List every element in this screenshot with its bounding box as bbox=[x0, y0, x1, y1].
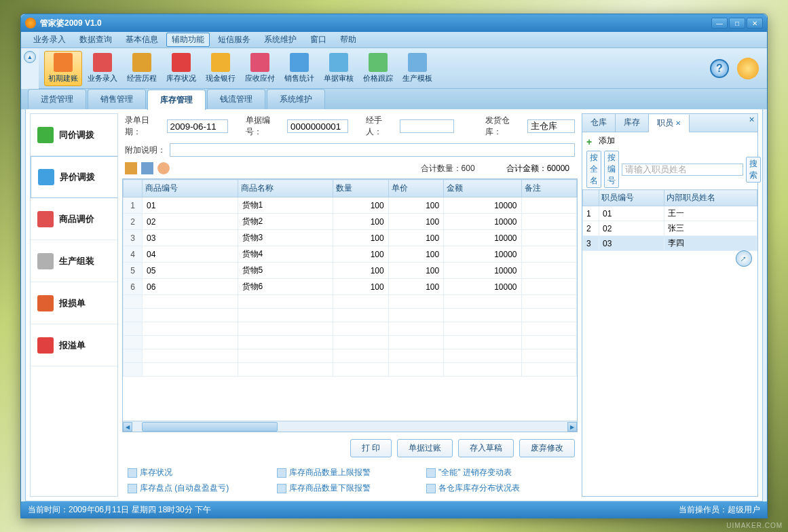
toolbar-btn-7[interactable]: 单据审核 bbox=[320, 51, 358, 86]
main-tab-1[interactable]: 销售管理 bbox=[88, 89, 146, 109]
menu-item-7[interactable]: 帮助 bbox=[335, 33, 362, 47]
toolbar-label: 价格跟踪 bbox=[363, 73, 393, 83]
toolbar: 初期建账业务录入经营历程库存状况现金银行应收应付销售统计单据审核价格跟踪生产模板… bbox=[39, 48, 767, 89]
toolbar-icon bbox=[369, 53, 388, 72]
main-tab-3[interactable]: 钱流管理 bbox=[207, 89, 265, 109]
sidebar-item-2[interactable]: 商品调价 bbox=[31, 198, 117, 240]
table-row[interactable] bbox=[124, 349, 577, 363]
maximize-button[interactable]: □ bbox=[729, 18, 745, 28]
titlebar[interactable]: 管家婆2009 V1.0 — □ ✕ bbox=[21, 14, 767, 32]
quick-link-3[interactable]: 库存盘点 (自动盘盈盘亏) bbox=[128, 482, 257, 494]
quick-link-5[interactable]: 各仓库库存分布状况表 bbox=[426, 482, 555, 494]
toolbar-btn-0[interactable]: 初期建账 bbox=[44, 51, 82, 86]
table-row[interactable]: 303货物310010010000 bbox=[124, 230, 577, 246]
about-icon[interactable] bbox=[737, 58, 759, 79]
table-row[interactable] bbox=[124, 336, 577, 349]
search-row: 按全名 按编号 搜索 bbox=[582, 149, 757, 189]
table-row[interactable] bbox=[124, 322, 577, 336]
warehouse-input[interactable] bbox=[527, 119, 575, 133]
quick-link-0[interactable]: 库存状况 bbox=[128, 467, 257, 478]
table-row[interactable]: 303李四 bbox=[583, 236, 757, 251]
main-tab-2[interactable]: 库存管理 bbox=[147, 90, 206, 110]
grid-icon[interactable] bbox=[141, 162, 153, 174]
menu-item-0[interactable]: 业务录入 bbox=[28, 33, 71, 47]
discard-button[interactable]: 废弃修改 bbox=[519, 439, 575, 457]
toolbar-btn-6[interactable]: 销售统计 bbox=[280, 51, 318, 86]
filter-all-button[interactable]: 按全名 bbox=[586, 151, 601, 188]
draft-button[interactable]: 存入草稿 bbox=[458, 439, 514, 457]
table-row[interactable]: 101王一 bbox=[583, 206, 757, 221]
scroll-left-icon[interactable]: ◀ bbox=[123, 422, 132, 432]
table-row[interactable] bbox=[124, 295, 577, 309]
building-icon[interactable] bbox=[125, 162, 137, 174]
toolbar-label: 经营历程 bbox=[127, 73, 157, 83]
minimize-button[interactable]: — bbox=[711, 18, 728, 28]
table-row[interactable]: 404货物410010010000 bbox=[124, 246, 577, 263]
table-row[interactable]: 202货物210010010000 bbox=[124, 214, 577, 230]
date-input[interactable] bbox=[167, 119, 228, 133]
toolbar-btn-3[interactable]: 库存状况 bbox=[162, 51, 200, 86]
sidebar: 同价调拨异价调拨商品调价生产组装报损单报溢单 bbox=[30, 113, 118, 497]
toolbar-btn-8[interactable]: 价格跟踪 bbox=[359, 51, 397, 86]
app-window: 管家婆2009 V1.0 — □ ✕ 业务录入数据查询基本信息辅助功能短信服务系… bbox=[20, 14, 768, 518]
grid-wrap: 商品编号商品名称数量单价金额备注101货物110010010000202货物21… bbox=[122, 178, 578, 432]
main-tab-4[interactable]: 系统维护 bbox=[267, 89, 325, 109]
right-grid[interactable]: 职员编号内部职员姓名101王一202张三303李四 bbox=[582, 189, 757, 251]
scroll-right-icon[interactable]: ▶ bbox=[567, 422, 577, 432]
sidebar-item-3[interactable]: 生产组装 bbox=[31, 240, 117, 282]
toolbar-btn-1[interactable]: 业务录入 bbox=[83, 51, 121, 86]
table-row[interactable] bbox=[124, 363, 577, 377]
search-input[interactable] bbox=[622, 164, 743, 176]
table-row[interactable]: 606货物610010010000 bbox=[124, 279, 577, 295]
h-scrollbar[interactable]: ◀ ▶ bbox=[123, 421, 577, 432]
table-row[interactable]: 505货物510010010000 bbox=[124, 263, 577, 279]
add-row[interactable]: + 添加 bbox=[582, 132, 757, 149]
toolbar-btn-9[interactable]: 生产模板 bbox=[398, 51, 436, 86]
sidebar-item-1[interactable]: 异价调拨 bbox=[31, 156, 117, 198]
toolbar-btn-4[interactable]: 现金银行 bbox=[202, 51, 240, 86]
table-row[interactable]: 101货物110010010000 bbox=[124, 197, 577, 214]
sidebar-icon bbox=[37, 253, 54, 269]
toolbar-btn-5[interactable]: 应收应付 bbox=[241, 51, 279, 86]
menu-item-6[interactable]: 窗口 bbox=[305, 33, 332, 47]
menu-item-3[interactable]: 辅助功能 bbox=[166, 33, 210, 47]
print-button[interactable]: 打 印 bbox=[350, 439, 392, 457]
main-grid[interactable]: 商品编号商品名称数量单价金额备注101货物110010010000202货物21… bbox=[123, 179, 577, 377]
handler-input[interactable] bbox=[400, 119, 454, 133]
menu-item-4[interactable]: 短信服务 bbox=[212, 33, 256, 47]
scroll-thumb[interactable] bbox=[142, 422, 278, 432]
quick-link-1[interactable]: 库存商品数量上限报警 bbox=[277, 467, 406, 478]
sidebar-item-0[interactable]: 同价调拨 bbox=[31, 114, 117, 156]
close-button[interactable]: ✕ bbox=[747, 18, 763, 28]
sidebar-item-4[interactable]: 报损单 bbox=[31, 282, 117, 324]
right-tab-2[interactable]: 职员✕ bbox=[649, 115, 690, 132]
menu-item-5[interactable]: 系统维护 bbox=[259, 33, 302, 47]
panel-close-icon[interactable]: ✕ bbox=[749, 115, 755, 124]
right-tab-1[interactable]: 库存 bbox=[616, 114, 649, 132]
quick-link-2[interactable]: "全能" 进销存变动表 bbox=[426, 467, 555, 478]
toolbar-label: 库存状况 bbox=[166, 73, 196, 83]
table-row[interactable]: 202张三 bbox=[583, 221, 757, 236]
statusbar: 当前时间：2009年06月11日 星期四 18时30分 下午 当前操作员：超级用… bbox=[21, 501, 767, 518]
menu-item-1[interactable]: 数据查询 bbox=[74, 33, 117, 47]
sidebar-item-5[interactable]: 报溢单 bbox=[31, 324, 117, 366]
toolbar-btn-2[interactable]: 经营历程 bbox=[123, 51, 161, 86]
collapse-toolbar-icon[interactable]: ▲ bbox=[24, 51, 36, 63]
plus-icon: + bbox=[586, 136, 596, 146]
doc-input[interactable] bbox=[287, 119, 348, 133]
right-tab-0[interactable]: 仓库 bbox=[582, 114, 616, 132]
filter-code-button[interactable]: 按编号 bbox=[604, 151, 619, 188]
main-tab-0[interactable]: 进货管理 bbox=[28, 89, 86, 109]
menu-item-2[interactable]: 基本信息 bbox=[120, 33, 164, 47]
warehouse-label: 发货仓库： bbox=[485, 115, 523, 138]
status-user: 当前操作员：超级用户 bbox=[679, 504, 760, 516]
person-icon[interactable] bbox=[157, 162, 170, 174]
note-input[interactable] bbox=[170, 143, 575, 157]
post-button[interactable]: 单据过账 bbox=[397, 439, 453, 457]
toolbar-icon bbox=[132, 53, 151, 72]
mini-toolbar: 合计数量：600 合计金额：60000 bbox=[122, 161, 578, 176]
help-icon[interactable]: ? bbox=[710, 59, 729, 78]
table-row[interactable] bbox=[124, 309, 577, 322]
search-button[interactable]: 搜索 bbox=[746, 157, 761, 183]
quick-link-4[interactable]: 库存商品数量下限报警 bbox=[277, 482, 406, 494]
